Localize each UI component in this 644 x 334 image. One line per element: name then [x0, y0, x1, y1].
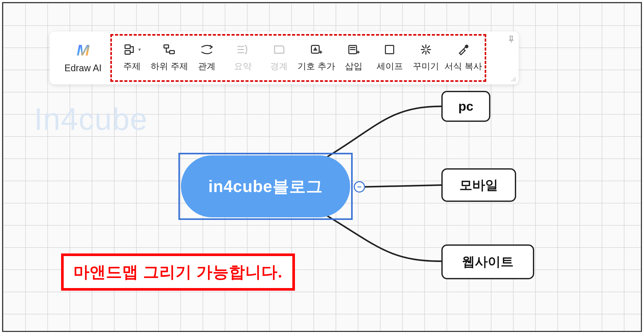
insert-button[interactable]: 삽입: [336, 37, 372, 79]
pin-icon[interactable]: [507, 35, 515, 43]
svg-line-24: [427, 51, 430, 53]
format-painter-icon: [457, 44, 470, 55]
collapse-handle[interactable]: −: [354, 181, 365, 193]
svg-point-33: [513, 79, 514, 80]
child-node-website[interactable]: 웹사이트: [441, 244, 534, 279]
add-symbol-icon: [310, 44, 323, 55]
svg-point-34: [513, 80, 514, 81]
central-topic-text: in4cube블로그: [208, 175, 323, 198]
boundary-button: 경계: [261, 37, 297, 79]
edraw-ai-icon: M: [77, 43, 89, 58]
topic-icon: [123, 44, 136, 55]
canvas-frame[interactable]: M Edraw AI ▾ 주제: [2, 2, 642, 332]
shape-label: 세이프: [377, 60, 403, 72]
svg-point-27: [465, 45, 468, 48]
shape-icon: [383, 44, 396, 55]
relationship-label: 관계: [198, 60, 216, 72]
summary-icon: [236, 44, 249, 55]
subtopic-button[interactable]: 하위 주제: [150, 37, 189, 79]
edraw-ai-label: Edraw AI: [64, 63, 102, 74]
svg-rect-10: [311, 45, 319, 53]
svg-rect-6: [170, 51, 174, 54]
svg-point-32: [515, 80, 516, 81]
child-node-mobile[interactable]: 모바일: [441, 168, 516, 202]
insert-label: 삽입: [345, 60, 362, 72]
subtopic-label: 하위 주제: [151, 60, 188, 72]
central-topic-node[interactable]: in4cube블로그: [181, 155, 350, 217]
relationship-icon: [200, 44, 213, 55]
style-sparkle-icon: [419, 44, 432, 55]
annotation-text: 마앤드맵 그리기 가능합니다.: [73, 263, 283, 281]
topic-label: 주제: [123, 60, 141, 72]
boundary-label: 경계: [270, 60, 288, 72]
subtopic-icon: [163, 44, 176, 55]
summary-label: 요약: [234, 60, 252, 72]
svg-line-26: [422, 51, 424, 53]
child-node-pc-text: pc: [458, 99, 473, 114]
format-painter-button[interactable]: 서식 복사: [444, 37, 483, 79]
svg-rect-18: [385, 45, 394, 54]
edraw-ai-button[interactable]: M Edraw AI: [57, 43, 109, 74]
annotation-callout: 마앤드맵 그리기 가능합니다.: [61, 253, 295, 291]
insert-icon: [347, 44, 360, 55]
toolbar-main-group: ▾ 주제 하위 주제: [109, 31, 488, 84]
relationship-button[interactable]: 관계: [189, 37, 225, 79]
svg-rect-1: [125, 51, 130, 54]
watermark-text: In4cube: [34, 101, 148, 137]
add-symbol-button[interactable]: 기호 추가: [297, 37, 336, 79]
svg-rect-0: [125, 45, 130, 49]
summary-button: 요약: [225, 37, 261, 79]
boundary-icon: [273, 44, 285, 55]
collapse-minus-icon: −: [357, 183, 362, 191]
style-label: 꾸미기: [413, 60, 439, 72]
floating-toolbar: M Edraw AI ▾ 주제: [49, 31, 519, 84]
format-painter-label: 서식 복사: [444, 60, 482, 72]
topic-button[interactable]: ▾ 주제: [114, 37, 150, 79]
svg-line-25: [427, 46, 430, 48]
add-symbol-label: 기호 추가: [298, 60, 335, 72]
svg-line-28: [464, 47, 465, 49]
svg-point-35: [511, 80, 513, 81]
style-button[interactable]: 꾸미기: [408, 37, 444, 79]
svg-point-31: [515, 79, 516, 80]
child-node-website-text: 웹사이트: [462, 253, 514, 271]
shape-button[interactable]: 세이프: [372, 37, 408, 79]
svg-line-23: [422, 46, 424, 48]
topic-dropdown-caret-icon: ▾: [138, 47, 141, 52]
child-node-pc[interactable]: pc: [441, 91, 490, 122]
resize-handle-icon[interactable]: [511, 77, 516, 82]
svg-point-30: [515, 77, 516, 78]
child-node-mobile-text: 모바일: [459, 177, 498, 194]
